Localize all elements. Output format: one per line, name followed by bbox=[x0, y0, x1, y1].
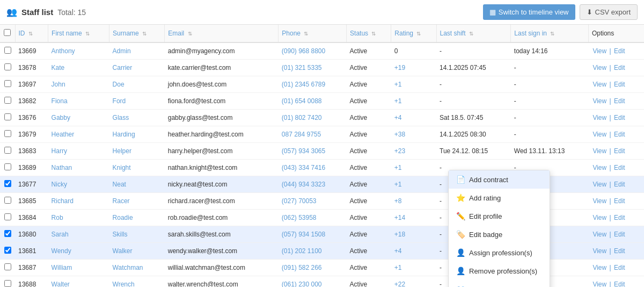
select-all-checkbox[interactable] bbox=[4, 29, 11, 36]
row-surname[interactable]: Helper bbox=[109, 143, 165, 160]
edit-link[interactable]: Edit bbox=[614, 114, 625, 121]
header-status[interactable]: Status ⇅ bbox=[347, 25, 391, 42]
edit-link[interactable]: Edit bbox=[614, 214, 625, 221]
row-surname[interactable]: Admin bbox=[109, 42, 165, 60]
row-firstname[interactable]: Walter bbox=[48, 276, 109, 288]
row-firstname[interactable]: Wendy bbox=[48, 243, 109, 260]
row-surname[interactable]: Harding bbox=[109, 126, 165, 143]
row-checkbox-cell[interactable] bbox=[0, 126, 15, 143]
row-surname[interactable]: Skills bbox=[109, 226, 165, 243]
row-checkbox-cell[interactable] bbox=[0, 110, 15, 126]
header-email[interactable]: Email ⇅ bbox=[165, 25, 279, 42]
row-checkbox-cell[interactable] bbox=[0, 276, 15, 288]
edit-link[interactable]: Edit bbox=[614, 264, 625, 271]
header-checkbox-cell[interactable] bbox=[0, 25, 15, 42]
edit-link[interactable]: Edit bbox=[614, 47, 625, 55]
row-firstname[interactable]: Nathan bbox=[48, 160, 109, 176]
context-menu-item[interactable]: ⭐ Add rating bbox=[449, 189, 550, 207]
row-checkbox[interactable] bbox=[4, 197, 11, 204]
row-checkbox-cell[interactable] bbox=[0, 226, 15, 243]
row-surname[interactable]: Knight bbox=[109, 160, 165, 176]
row-firstname[interactable]: John bbox=[48, 76, 109, 93]
view-link[interactable]: View bbox=[592, 181, 606, 188]
row-checkbox[interactable] bbox=[4, 63, 11, 70]
row-checkbox-cell[interactable] bbox=[0, 93, 15, 110]
row-surname[interactable]: Watchman bbox=[109, 260, 165, 276]
row-firstname[interactable]: Anthony bbox=[48, 42, 109, 60]
row-checkbox-cell[interactable] bbox=[0, 260, 15, 276]
view-link[interactable]: View bbox=[592, 164, 606, 171]
edit-link[interactable]: Edit bbox=[614, 231, 625, 238]
header-phone[interactable]: Phone ⇅ bbox=[279, 25, 347, 42]
row-checkbox-cell[interactable] bbox=[0, 210, 15, 226]
row-firstname[interactable]: Heather bbox=[48, 126, 109, 143]
header-firstname[interactable]: First name ⇅ bbox=[48, 25, 109, 42]
row-checkbox[interactable] bbox=[4, 97, 11, 104]
view-link[interactable]: View bbox=[592, 264, 606, 271]
row-surname[interactable]: Walker bbox=[109, 243, 165, 260]
row-checkbox[interactable] bbox=[4, 280, 11, 287]
view-link[interactable]: View bbox=[592, 47, 606, 55]
view-link[interactable]: View bbox=[592, 131, 606, 138]
row-checkbox[interactable] bbox=[4, 80, 11, 87]
row-firstname[interactable]: Kate bbox=[48, 60, 109, 76]
row-firstname[interactable]: Sarah bbox=[48, 226, 109, 243]
edit-link[interactable]: Edit bbox=[614, 64, 625, 71]
context-menu-item[interactable]: 👤 Assign profession(s) bbox=[449, 243, 550, 262]
edit-link[interactable]: Edit bbox=[614, 147, 625, 155]
view-link[interactable]: View bbox=[592, 231, 606, 238]
row-checkbox-cell[interactable] bbox=[0, 143, 15, 160]
row-checkbox-cell[interactable] bbox=[0, 42, 15, 60]
view-link[interactable]: View bbox=[592, 114, 606, 121]
row-checkbox[interactable] bbox=[4, 230, 11, 237]
view-link[interactable]: View bbox=[592, 197, 606, 205]
edit-link[interactable]: Edit bbox=[614, 81, 625, 88]
row-surname[interactable]: Wrench bbox=[109, 276, 165, 288]
row-checkbox[interactable] bbox=[4, 113, 11, 120]
row-surname[interactable]: Roadie bbox=[109, 210, 165, 226]
row-checkbox[interactable] bbox=[4, 163, 11, 170]
row-firstname[interactable]: Rob bbox=[48, 210, 109, 226]
header-last-shift[interactable]: Last shift ⇅ bbox=[436, 25, 511, 42]
row-firstname[interactable]: Nicky bbox=[48, 176, 109, 193]
row-checkbox-cell[interactable] bbox=[0, 76, 15, 93]
row-surname[interactable]: Ford bbox=[109, 93, 165, 110]
row-surname[interactable]: Carrier bbox=[109, 60, 165, 76]
view-link[interactable]: View bbox=[592, 64, 606, 71]
edit-link[interactable]: Edit bbox=[614, 97, 625, 105]
view-link[interactable]: View bbox=[592, 147, 606, 155]
row-checkbox-cell[interactable] bbox=[0, 193, 15, 210]
row-checkbox[interactable] bbox=[4, 147, 11, 154]
row-surname[interactable]: Racer bbox=[109, 193, 165, 210]
row-surname[interactable]: Glass bbox=[109, 110, 165, 126]
view-link[interactable]: View bbox=[592, 97, 606, 105]
header-last-signin[interactable]: Last sign in ⇅ bbox=[511, 25, 589, 42]
row-firstname[interactable]: Gabby bbox=[48, 110, 109, 126]
edit-link[interactable]: Edit bbox=[614, 281, 625, 287]
context-menu-item[interactable]: ✏️ Edit profile bbox=[449, 207, 550, 225]
row-checkbox-cell[interactable] bbox=[0, 160, 15, 176]
edit-link[interactable]: Edit bbox=[614, 131, 625, 138]
csv-export-header-button[interactable]: ⬇ CSV export bbox=[580, 4, 638, 20]
row-checkbox[interactable] bbox=[4, 180, 11, 187]
edit-link[interactable]: Edit bbox=[614, 164, 625, 171]
view-link[interactable]: View bbox=[592, 247, 606, 255]
header-surname[interactable]: Surname ⇅ bbox=[109, 25, 165, 42]
row-surname[interactable]: Neat bbox=[109, 176, 165, 193]
context-menu-item[interactable]: 👥 Multiple actions › bbox=[449, 280, 550, 287]
row-checkbox-cell[interactable] bbox=[0, 60, 15, 76]
row-checkbox-cell[interactable] bbox=[0, 243, 15, 260]
row-firstname[interactable]: Richard bbox=[48, 193, 109, 210]
header-rating[interactable]: Rating ⇅ bbox=[391, 25, 436, 42]
row-checkbox[interactable] bbox=[4, 213, 11, 220]
edit-link[interactable]: Edit bbox=[614, 181, 625, 188]
row-firstname[interactable]: Fiona bbox=[48, 93, 109, 110]
context-menu-item[interactable]: 👤 Remove profession(s) bbox=[449, 262, 550, 280]
row-checkbox[interactable] bbox=[4, 130, 11, 137]
edit-link[interactable]: Edit bbox=[614, 197, 625, 205]
row-checkbox[interactable] bbox=[4, 47, 11, 54]
header-id[interactable]: ID ⇅ bbox=[15, 25, 48, 42]
row-firstname[interactable]: William bbox=[48, 260, 109, 276]
edit-link[interactable]: Edit bbox=[614, 247, 625, 255]
timeline-button[interactable]: ▦ Switch to timeline view bbox=[483, 4, 575, 20]
